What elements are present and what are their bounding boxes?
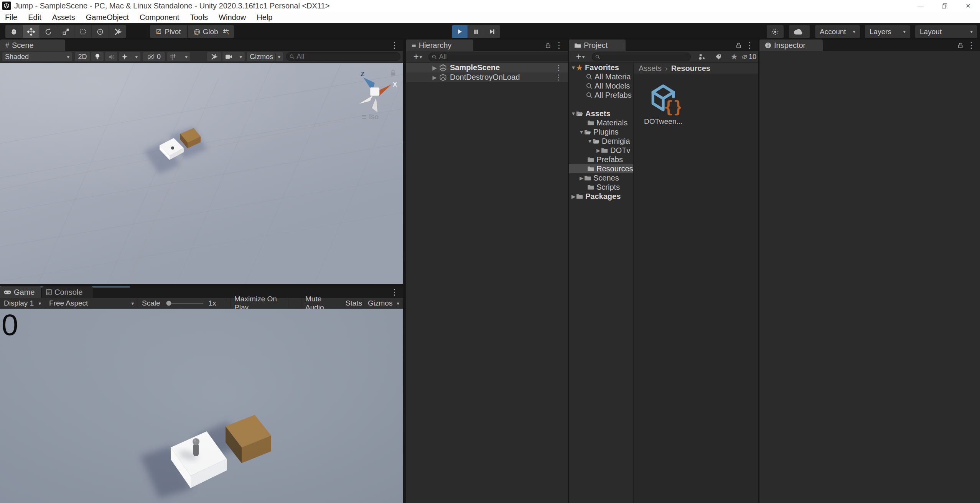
collapse-arrow-icon[interactable]: ▼ <box>571 111 576 117</box>
rect-tool-icon[interactable] <box>74 25 92 38</box>
collapse-arrow-icon[interactable]: ▼ <box>571 65 576 71</box>
shading-mode-dropdown[interactable]: Shaded▾ <box>2 52 72 61</box>
tree-item-scenes[interactable]: ▶ Scenes <box>569 173 633 182</box>
tree-item-dotween-folder[interactable]: ▶ DOTv <box>569 146 633 155</box>
axis-z-label[interactable]: Z <box>361 71 364 78</box>
layers-dropdown[interactable]: Layers▾ <box>865 25 910 38</box>
tree-item-materials[interactable]: Materials <box>569 118 633 127</box>
move-tool-icon[interactable] <box>23 25 40 38</box>
panel-splitter[interactable] <box>403 39 406 503</box>
hidden-objects-count[interactable]: 0 <box>143 52 165 61</box>
scene-search[interactable] <box>286 52 400 61</box>
tree-item-demigiant[interactable]: ▼ Demigia <box>569 136 633 146</box>
project-menu-kebab[interactable]: ⋮ <box>746 41 754 49</box>
tree-item-prefabs[interactable]: Prefabs <box>569 155 633 164</box>
asset-dotween-settings[interactable]: {} DOTween... <box>644 81 682 126</box>
panel-splitter[interactable] <box>0 284 403 286</box>
hierarchy-search-input[interactable] <box>439 53 583 61</box>
pivot-toggle[interactable]: Pivot <box>150 25 187 38</box>
hand-tool-icon[interactable] <box>5 25 23 38</box>
tab-scene[interactable]: # Scene <box>0 39 65 51</box>
hidden-packages-count[interactable]: 10 <box>739 52 759 61</box>
hierarchy-search[interactable] <box>428 53 586 61</box>
hierarchy-menu-kebab[interactable]: ⋮ <box>555 41 563 49</box>
lighting-toggle[interactable] <box>91 52 104 61</box>
services-icon[interactable] <box>767 25 784 38</box>
game-viewport[interactable]: 0 <box>0 309 403 503</box>
collapse-arrow-icon[interactable]: ▼ <box>587 138 593 144</box>
hierarchy-lock-icon[interactable] <box>545 42 551 49</box>
effects-dropdown[interactable]: ▾ <box>119 52 140 61</box>
tree-item-packages[interactable]: ▶ Packages <box>569 192 633 201</box>
menu-help[interactable]: Help <box>251 12 278 23</box>
scene-camera-dropdown[interactable]: ▾ <box>222 52 245 61</box>
scale-slider[interactable] <box>163 301 206 306</box>
game-menu-kebab[interactable]: ⋮ <box>390 288 399 296</box>
tree-item-all-prefabs[interactable]: All Prefabs <box>569 90 633 100</box>
maximize-on-play-toggle[interactable]: Maximize On Play <box>230 298 288 309</box>
hierarchy-row-samplescene[interactable]: ▶ SampleScene ⋮ <box>406 63 568 72</box>
menu-file[interactable]: File <box>5 12 23 23</box>
scene-row-kebab[interactable]: ⋮ <box>555 63 562 72</box>
tree-item-assets[interactable]: ▼ Assets <box>569 109 633 118</box>
expand-arrow-icon[interactable]: ▶ <box>432 74 438 81</box>
scene-lock-icon[interactable] <box>390 69 396 76</box>
panel-splitter[interactable] <box>568 39 569 503</box>
scene-grid-dropdown[interactable]: ▾ <box>167 52 190 61</box>
hierarchy-row-dontdestroyonload[interactable]: ▶ DontDestroyOnLoad ⋮ <box>406 72 568 82</box>
grid-snapping-icon[interactable] <box>218 25 234 38</box>
aspect-dropdown[interactable]: Free Aspect▾ <box>45 298 138 309</box>
tab-console[interactable]: Console <box>42 286 93 298</box>
search-by-label-icon[interactable] <box>711 52 725 61</box>
scene-row-kebab[interactable]: ⋮ <box>555 73 562 82</box>
close-button[interactable]: ✕ <box>956 0 980 12</box>
stats-toggle[interactable]: Stats <box>344 298 364 309</box>
tree-item-plugins[interactable]: ▼ Plugins <box>569 127 633 136</box>
create-object-button[interactable]: + ▾ <box>409 52 427 61</box>
tree-item-all-models[interactable]: All Models <box>569 81 633 90</box>
account-dropdown[interactable]: Account▾ <box>815 25 860 38</box>
menu-window[interactable]: Window <box>213 12 251 23</box>
project-search[interactable] <box>592 53 691 61</box>
transform-tool-icon[interactable] <box>92 25 109 38</box>
projection-mode-label[interactable]: ≡ Iso <box>362 112 379 122</box>
tree-item-favorites[interactable]: ▼ ★ Favorites <box>569 63 633 72</box>
project-search-input[interactable] <box>602 53 687 61</box>
menu-assets[interactable]: Assets <box>47 12 81 23</box>
scene-viewport[interactable]: Z X ≡ Iso <box>0 63 403 284</box>
breadcrumb-root[interactable]: Assets <box>639 64 662 73</box>
display-dropdown[interactable]: Display 1▾ <box>0 298 45 309</box>
2d-toggle[interactable]: 2D <box>75 52 90 61</box>
tree-item-all-materials[interactable]: All Materia <box>569 72 633 81</box>
scene-menu-kebab[interactable]: ⋮ <box>390 41 399 49</box>
expand-arrow-icon[interactable]: ▶ <box>579 175 584 181</box>
expand-arrow-icon[interactable]: ▶ <box>596 148 601 153</box>
audio-toggle[interactable] <box>105 52 117 61</box>
restore-icon[interactable] <box>932 0 956 12</box>
tab-inspector[interactable]: Inspector <box>759 39 823 51</box>
play-button[interactable] <box>452 25 468 38</box>
scale-tool-icon[interactable] <box>57 25 74 38</box>
axis-x-label[interactable]: X <box>393 81 397 89</box>
layout-dropdown[interactable]: Layout▾ <box>915 25 977 38</box>
expand-arrow-icon[interactable]: ▶ <box>432 65 438 71</box>
tree-item-resources[interactable]: Resources <box>569 164 633 173</box>
pause-button[interactable] <box>468 25 484 38</box>
menu-gameobject[interactable]: GameObject <box>81 12 134 23</box>
menu-edit[interactable]: Edit <box>23 12 46 23</box>
game-gizmos-dropdown[interactable]: Gizmos▾ <box>364 298 403 309</box>
rotate-tool-icon[interactable] <box>40 25 57 38</box>
tab-game[interactable]: Game <box>0 286 41 298</box>
menu-tools[interactable]: Tools <box>184 12 213 23</box>
custom-tools-icon[interactable] <box>109 25 126 38</box>
mute-audio-toggle[interactable]: Mute Audio <box>301 298 344 309</box>
cloud-collab-icon[interactable] <box>789 25 810 38</box>
collapse-arrow-icon[interactable]: ▼ <box>579 129 584 135</box>
search-by-type-icon[interactable] <box>695 52 709 61</box>
scene-search-input[interactable] <box>296 53 397 61</box>
inspector-lock-icon[interactable] <box>957 42 963 49</box>
minimize-button[interactable]: — <box>909 0 932 12</box>
tab-hierarchy[interactable]: ≡ Hierarchy <box>406 39 473 51</box>
menu-component[interactable]: Component <box>134 12 184 23</box>
breadcrumb-current[interactable]: Resources <box>671 64 710 73</box>
